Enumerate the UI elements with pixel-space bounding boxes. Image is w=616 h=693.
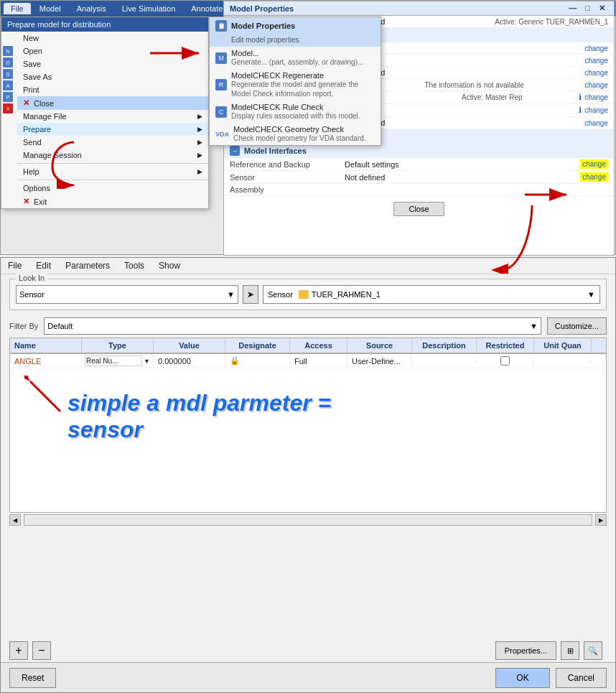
- scroll-left-btn[interactable]: ◀: [9, 514, 21, 526]
- submenu-rule-icon: C: [215, 106, 227, 118]
- simp-rep-note: Active: Master Rep: [462, 93, 579, 101]
- menu-open-label: Open: [23, 47, 42, 55]
- proprog-change[interactable]: change: [584, 106, 608, 114]
- menu-manage-file[interactable]: Manage File ▶: [17, 110, 208, 123]
- submenu-geom-label: ModelCHECK Geometry Check: [233, 125, 366, 134]
- menu-prepare[interactable]: Prepare ▶: [17, 123, 208, 136]
- red-arrow-2: [45, 139, 81, 191]
- scroll-track[interactable]: [24, 514, 592, 526]
- submenu-model[interactable]: M Model... Generate... (part, assembly, …: [210, 47, 381, 69]
- props-close-btn[interactable]: Close: [393, 202, 444, 216]
- params-menu-tools[interactable]: Tools: [123, 260, 146, 271]
- scroll-right-btn[interactable]: ▶: [595, 514, 607, 526]
- tab-file[interactable]: File: [4, 3, 31, 14]
- look-in-path[interactable]: Sensor TUER_RAHMEN_1 ▼: [263, 285, 600, 304]
- menu-save-as-label: Save As: [23, 73, 52, 81]
- path-dropdown-arrow: ▼: [587, 290, 595, 299]
- props-instance-note: Active: Generic TUER_RAHMEN_1: [495, 18, 608, 26]
- tab-analysis[interactable]: Analysis: [70, 3, 113, 14]
- model-props-icon: 📋: [215, 20, 227, 32]
- props-close[interactable]: ✕: [596, 4, 608, 13]
- menu-new-label: New: [23, 34, 39, 42]
- ref-backup-label: Reference and Backup: [230, 160, 345, 169]
- simp-rep-change[interactable]: change: [584, 93, 608, 101]
- props-maximize[interactable]: □: [582, 4, 593, 13]
- look-in-dropdown[interactable]: Sensor ▼: [16, 285, 238, 304]
- sensor-change[interactable]: change: [580, 172, 608, 182]
- interfaces-label: Model Interfaces: [244, 146, 307, 155]
- search-icon-btn[interactable]: 🔍: [584, 641, 602, 660]
- params-menu-show[interactable]: Show: [157, 260, 182, 271]
- add-param-btn[interactable]: +: [9, 641, 28, 660]
- col-value: Value: [154, 338, 225, 353]
- submenu-model-properties[interactable]: 📋 Model Properties Edit model properties…: [210, 17, 381, 47]
- col-description: Description: [412, 338, 477, 353]
- menu-prepare-label: Prepare: [23, 125, 51, 134]
- look-in-label: Look In: [16, 274, 47, 282]
- menu-close[interactable]: ✕ Close: [17, 96, 208, 110]
- submenu-model-label: Model...: [231, 49, 363, 57]
- shrinkage-change[interactable]: change: [584, 81, 608, 89]
- scrollbar-area[interactable]: ◀ ▶: [9, 514, 607, 526]
- restricted-checkbox[interactable]: [500, 356, 510, 366]
- menu-save-as[interactable]: Save As: [17, 70, 208, 83]
- params-menu-edit[interactable]: Edit: [34, 260, 52, 271]
- open-icon: O: [3, 57, 13, 68]
- tab-model[interactable]: Model: [32, 3, 68, 14]
- remove-param-btn[interactable]: −: [32, 641, 51, 660]
- submenu-geom-check[interactable]: VDA ModelCHECK Geometry Check Check mode…: [210, 123, 381, 145]
- menu-close-label: Close: [34, 99, 54, 108]
- saveas-icon: A: [3, 80, 13, 90]
- submenu-rule-check[interactable]: C ModelCHECK Rule Check Display rules as…: [210, 101, 381, 123]
- look-in-nav-btn[interactable]: ➤: [243, 285, 258, 304]
- tolerance-change[interactable]: change: [584, 45, 608, 52]
- menu-print[interactable]: Print: [17, 83, 208, 96]
- sensor-row: Sensor Not defined change: [224, 171, 614, 184]
- names-change[interactable]: change: [584, 57, 608, 65]
- submenu-regen-label: ModelCHECK Regenerate: [231, 71, 375, 80]
- filter-label: Filter By: [9, 322, 38, 330]
- parameters-dialog: File Edit Parameters Tools Show Look In …: [0, 257, 616, 693]
- properties-btn[interactable]: Properties...: [495, 641, 556, 660]
- ref-backup-change[interactable]: change: [580, 159, 608, 169]
- cell-description-angle: [412, 359, 477, 363]
- ok-btn[interactable]: OK: [495, 668, 549, 688]
- cell-source-angle: User-Define...: [347, 355, 412, 368]
- grid-icon-btn[interactable]: ⊞: [561, 641, 579, 660]
- props-minimize[interactable]: —: [566, 4, 579, 13]
- menu-send-label: Send: [23, 138, 42, 146]
- submenu-model-props-sub: Edit model properties.: [215, 36, 301, 44]
- cancel-btn[interactable]: Cancel: [556, 668, 607, 688]
- cell-designate-angle: 🔒: [225, 354, 290, 368]
- menu-manage-file-label: Manage File: [23, 112, 67, 121]
- file-dropdown-header: Prepare model for distribution: [1, 17, 208, 32]
- look-in-dropdown-arrow: ▼: [227, 290, 235, 299]
- menu-exit[interactable]: ✕ Exit: [17, 195, 208, 208]
- look-in-row: Sensor ▼ ➤ Sensor TUER_RAHMEN_1 ▼: [16, 285, 600, 304]
- cell-value-angle[interactable]: 0.000000: [154, 355, 225, 368]
- new-icon: N: [3, 46, 13, 56]
- model-interfaces-header: ↔ Model Interfaces: [224, 144, 614, 158]
- table-empty: simple a mdl parmeter = sensor: [10, 368, 606, 512]
- model-props-title: Model Properties — □ ✕: [224, 1, 614, 16]
- filter-dropdown[interactable]: Default ▼: [44, 317, 541, 335]
- params-menu-parameters[interactable]: Parameters: [64, 260, 111, 271]
- nav-arrow-icon: ➤: [247, 289, 254, 299]
- customize-btn[interactable]: Customize...: [547, 317, 607, 335]
- reset-btn[interactable]: Reset: [9, 668, 56, 688]
- ref-backup-row: Reference and Backup Default settings ch…: [224, 158, 614, 171]
- submenu-rule-sub: Display rules associated with this model…: [231, 111, 360, 121]
- interchange-change[interactable]: change: [584, 119, 608, 127]
- cell-type-angle[interactable]: Real Nu... ▼: [82, 355, 154, 367]
- submenu-modelcheck-regen[interactable]: R ModelCHECK Regenerate Regenerate the m…: [210, 69, 381, 101]
- side-icons: N O S A P X: [1, 45, 14, 115]
- params-menu-file[interactable]: File: [6, 260, 23, 271]
- tab-live-simulation[interactable]: Live Simulation: [115, 3, 183, 14]
- filter-section: Filter By Default ▼ Customize...: [1, 315, 615, 338]
- submenu-regen-sub: Regenerate the model and generate the Mo…: [231, 80, 375, 98]
- bottom-btn-row: + − Properties... ⊞ 🔍: [9, 641, 602, 660]
- submenu-geom-sub: Check model geometry for VDA standard.: [233, 134, 366, 143]
- flexible-change[interactable]: change: [584, 69, 608, 77]
- cell-restricted-angle[interactable]: [477, 354, 534, 368]
- col-designate: Designate: [225, 338, 290, 353]
